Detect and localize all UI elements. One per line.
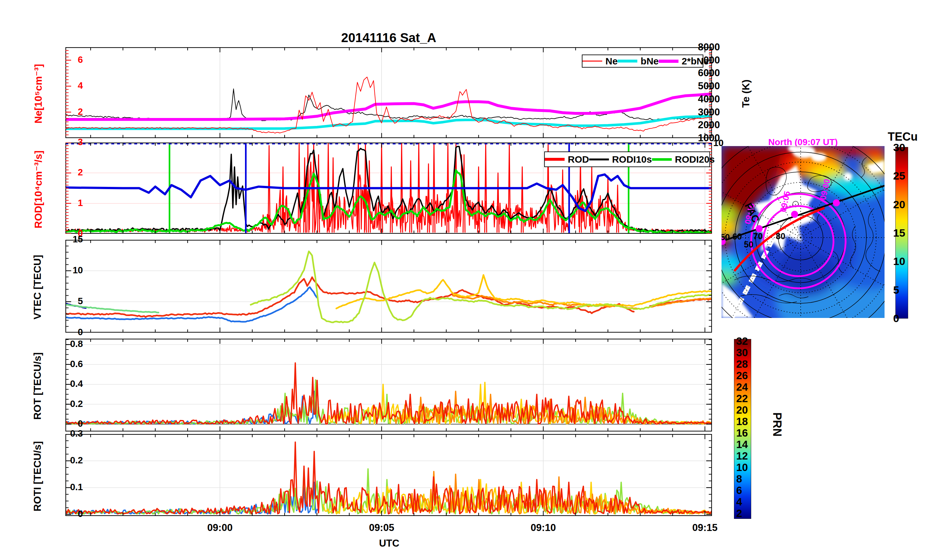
prn-tick: 10	[736, 462, 800, 474]
prn-tick: 6	[736, 484, 800, 496]
roti-ytick: 0	[19, 509, 83, 519]
legend-line-sample	[617, 60, 637, 62]
te-ytick: 1000	[698, 132, 762, 144]
te-ytick: 6000	[698, 67, 762, 79]
legend-item: RODI10s	[589, 154, 652, 165]
legend-label: RODI20s	[675, 154, 715, 165]
svg-text:80: 80	[776, 232, 785, 241]
legend-item: 2*bNe	[659, 56, 709, 67]
vtec-ytick: 0	[19, 327, 83, 338]
legend-item: Ne	[583, 56, 617, 67]
tecu-tick: 0	[893, 312, 926, 325]
utc-tick: 09:10	[511, 522, 575, 534]
tecu-tick: 10	[893, 255, 926, 268]
prn-tick: 8	[736, 473, 800, 485]
tecu-tick: 25	[893, 170, 926, 182]
prn-tick: 18	[736, 416, 800, 428]
te-ytick: 3000	[698, 106, 762, 118]
xaxis-label: UTC	[357, 538, 421, 549]
legend-rod: RODRODI10sRODI20s	[544, 151, 710, 167]
ne-ytick: 2	[19, 106, 83, 117]
tecu-tick: 20	[893, 198, 926, 211]
rot-ytick: 0.8	[19, 339, 83, 349]
te-ytick: 5000	[698, 80, 762, 92]
prn-tick: 32	[736, 335, 800, 347]
rod-ytick: 3	[19, 137, 83, 147]
figure-root: 20141116 Sat_A Ne[10⁵cm⁻³] Te (K) ROD[10…	[0, 0, 926, 560]
ne-ytick: 6	[19, 54, 83, 65]
legend-line-sample	[652, 158, 672, 161]
roti-ytick: 0.1	[19, 482, 83, 492]
panel-vtec	[65, 240, 712, 333]
te-ytick: 4000	[698, 94, 762, 105]
prn-tick: 24	[736, 381, 800, 393]
rot-ytick: 0	[19, 418, 83, 429]
rod-ytick: 1	[19, 198, 83, 208]
prn-tick: 22	[736, 393, 800, 405]
svg-text:70: 70	[753, 232, 763, 241]
legend-line-sample	[589, 159, 609, 160]
legend-ne: NebNe2*bNe	[582, 54, 704, 68]
rot-ytick: 0.6	[19, 359, 83, 369]
ylabel-vtec: VTEC [TECU]	[32, 235, 43, 340]
prn-tick: 30	[736, 347, 800, 359]
prn-tick: 4	[736, 496, 800, 508]
roti-ytick: 0.3	[19, 428, 83, 439]
tecu-tick: 15	[893, 227, 926, 239]
legend-line-sample	[583, 61, 602, 62]
roti-ytick: 0.2	[19, 455, 83, 466]
vtec-ytick: 15	[19, 234, 83, 245]
prn-tick: 26	[736, 369, 800, 382]
legend-label: 2*bNe	[682, 56, 709, 67]
rod-ytick: 2	[19, 167, 83, 178]
rot-ytick: 0.2	[19, 399, 83, 409]
te-ytick: 2000	[698, 119, 762, 131]
ne-ytick: 4	[19, 80, 83, 91]
rot-ytick: 0.4	[19, 378, 83, 389]
tec-polar-map: 09:00 09:05 09:10 50 60 70 80 FAC	[722, 146, 885, 318]
vtec-ytick: 10	[19, 265, 83, 275]
legend-item: RODI20s	[652, 154, 715, 165]
utc-tick: 09:15	[673, 522, 737, 534]
prn-tick: 14	[736, 439, 800, 451]
legend-line-sample	[545, 158, 564, 161]
legend-label: bNe	[640, 56, 659, 67]
map-lat50-label: 50	[690, 240, 754, 250]
prn-tick: 28	[736, 358, 800, 370]
tecu-tick: 5	[893, 284, 926, 296]
legend-label: Ne	[605, 56, 617, 67]
utc-tick: 09:05	[350, 522, 413, 534]
legend-item: bNe	[617, 56, 659, 67]
prn-tick: 12	[736, 450, 800, 462]
tecu-tick: 30	[893, 141, 926, 154]
legend-item: ROD	[545, 154, 589, 165]
panel-rot	[65, 339, 712, 431]
legend-label: ROD	[568, 154, 589, 165]
prn-tick: 16	[736, 427, 800, 439]
prn-tick: 20	[736, 404, 800, 416]
panel-roti	[65, 434, 712, 516]
page-title: 20141116 Sat_A	[65, 30, 712, 45]
te-ytick: 8000	[698, 41, 762, 53]
utc-tick: 09:00	[188, 522, 252, 534]
vtec-ytick: 5	[19, 296, 83, 306]
legend-label: RODI10s	[612, 154, 652, 165]
prn-tick: 2	[736, 507, 800, 519]
legend-line-sample	[659, 60, 678, 63]
